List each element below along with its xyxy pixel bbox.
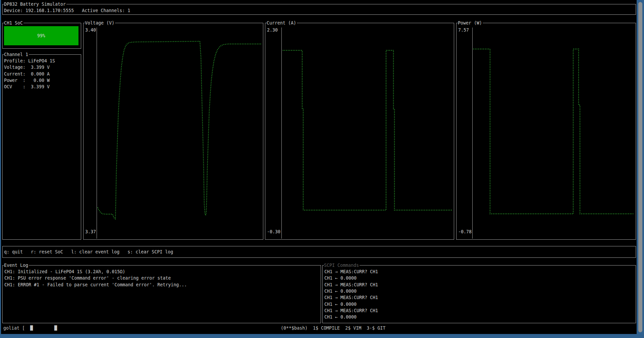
event-log-panel: Event Log CH1: Initialized - LiFePO4 1S … xyxy=(2,265,321,323)
device-status-line: Device: 192.168.1.170:5555 Active Channe… xyxy=(4,7,130,14)
soc-gauge-fill: 99% xyxy=(4,26,78,45)
window-frame-bottom xyxy=(1,334,637,338)
scpi-panel: SCPI Commands CH1 → MEAS:CURR? CH1 CH1 ←… xyxy=(322,265,636,323)
power-chart-panel: Power (W) 7.57 -0.78 xyxy=(456,23,636,240)
soc-gauge-track: 99% xyxy=(4,26,79,45)
header-panel-title: DP832 Battery Simulator xyxy=(4,1,66,7)
window-frame-left xyxy=(0,0,1,338)
voltage-chart-panel: Voltage (V) 3.40 3.37 xyxy=(83,23,263,240)
current-series xyxy=(265,23,454,239)
terminal-window: DP832 Battery Simulator Device: 192.168.… xyxy=(0,0,644,338)
scpi-panel-title: SCPI Commands xyxy=(324,262,360,269)
keybar-panel: q: quit r: reset SoC l: clear event log … xyxy=(2,246,636,258)
soc-panel-title: CH1 SoC xyxy=(4,20,23,26)
power-series xyxy=(457,23,636,239)
header-panel: DP832 Battery Simulator Device: 192.168.… xyxy=(2,4,636,15)
channel-panel-title: Channel 1 xyxy=(4,51,29,58)
statusbar-session: goliat [ █ █ xyxy=(3,325,57,331)
channel-panel: Channel 1 Profile: LiFePO4 1S Voltage: 3… xyxy=(2,54,81,240)
event-log-lines: CH1: Initialized - LiFePO4 1S (3.2Ah, 0.… xyxy=(4,269,187,288)
scrollbar-thumb[interactable] xyxy=(638,2,642,332)
soc-panel: CH1 SoC 99% xyxy=(2,23,81,49)
channel-readings: Profile: LiFePO4 1S Voltage: 3.399 V Cur… xyxy=(4,58,55,90)
soc-percent-label: 99% xyxy=(37,33,45,39)
scpi-log-lines: CH1 → MEAS:CURR? CH1 CH1 ← 0.0000 CH1 → … xyxy=(324,269,378,321)
keybar-hints: q: quit r: reset SoC l: clear event log … xyxy=(4,249,173,255)
voltage-series xyxy=(84,23,263,239)
current-chart-panel: Current (A) 2.30 -0.30 xyxy=(265,23,454,240)
event-log-title: Event Log xyxy=(4,262,29,269)
statusbar-windows: (0**$bash) 1$ COMPILE 2$ VIM 3-$ GIT xyxy=(281,325,385,331)
